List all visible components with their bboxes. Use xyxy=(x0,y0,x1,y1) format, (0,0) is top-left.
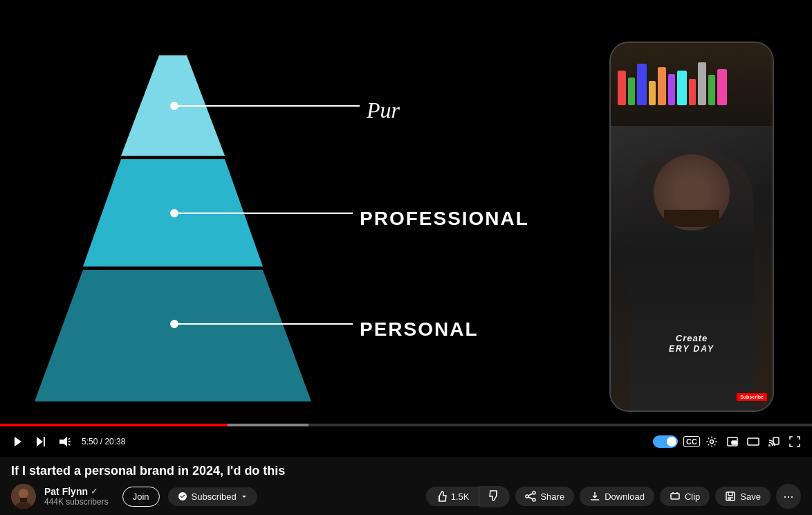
svg-rect-22 xyxy=(748,438,759,445)
subscribed-button[interactable]: Subscribed xyxy=(168,487,257,506)
channel-row: Pat Flynn ✓ 444K subscribers Join Subscr… xyxy=(11,484,801,509)
join-button[interactable]: Join xyxy=(122,487,160,507)
subscriber-count: 444K subscribers xyxy=(44,497,109,507)
svg-line-18 xyxy=(68,444,70,445)
action-buttons: 1.5K Share xyxy=(426,484,801,509)
fullscreen-button[interactable] xyxy=(786,433,804,451)
svg-marker-0 xyxy=(35,270,311,401)
captions-button[interactable]: CC xyxy=(683,436,700,447)
svg-line-16 xyxy=(68,438,70,440)
info-bar: If I started a personal brand in 2024, I… xyxy=(0,457,812,515)
svg-point-30 xyxy=(533,491,535,494)
video-player[interactable]: Pur PROFESSIONAL PERSONAL xyxy=(0,0,812,457)
svg-point-19 xyxy=(710,440,714,444)
svg-marker-15 xyxy=(59,437,67,446)
play-button[interactable] xyxy=(8,433,26,451)
svg-text:PERSONAL: PERSONAL xyxy=(360,318,479,340)
svg-rect-21 xyxy=(732,441,737,444)
video-title: If I started a personal brand in 2024, I… xyxy=(11,464,801,478)
clip-button[interactable]: Clip xyxy=(660,487,710,506)
next-button[interactable] xyxy=(32,433,50,451)
download-button[interactable]: Download xyxy=(580,487,654,506)
svg-point-31 xyxy=(526,495,528,498)
svg-text:PROFESSIONAL: PROFESSIONAL xyxy=(360,208,529,229)
cast-button[interactable] xyxy=(765,433,783,451)
svg-rect-35 xyxy=(671,494,679,499)
pip-camera: Create ERY DAY Subscribe xyxy=(609,42,774,412)
more-button[interactable]: ··· xyxy=(776,484,801,509)
svg-marker-12 xyxy=(15,437,21,446)
verified-icon: ✓ xyxy=(91,487,98,496)
svg-text:Pur: Pur xyxy=(366,98,400,123)
channel-info: Pat Flynn ✓ 444K subscribers xyxy=(44,486,109,507)
video-controls: 5:50 / 20:38 CC xyxy=(0,426,812,457)
theater-button[interactable] xyxy=(744,433,762,451)
channel-avatar[interactable] xyxy=(11,484,36,509)
svg-rect-14 xyxy=(44,437,45,446)
svg-point-32 xyxy=(533,498,535,501)
channel-name: Pat Flynn ✓ xyxy=(44,486,109,497)
subscribe-badge: Subscribe xyxy=(737,393,767,401)
miniplayer-button[interactable] xyxy=(723,433,741,451)
autoplay-toggle[interactable] xyxy=(653,435,678,448)
settings-button[interactable] xyxy=(703,433,721,451)
shirt-text: Create ERY DAY xyxy=(669,333,714,355)
svg-line-33 xyxy=(528,494,533,496)
time-display: 5:50 / 20:38 xyxy=(82,437,125,446)
svg-rect-27 xyxy=(20,498,27,502)
svg-point-25 xyxy=(19,489,28,498)
dislike-button[interactable] xyxy=(479,486,510,507)
svg-line-34 xyxy=(528,497,533,499)
share-button[interactable]: Share xyxy=(515,487,574,506)
volume-button[interactable] xyxy=(55,433,73,451)
like-button[interactable]: 1.5K xyxy=(426,487,480,506)
save-button[interactable]: Save xyxy=(715,487,771,506)
svg-marker-13 xyxy=(37,437,43,446)
like-dislike-group: 1.5K xyxy=(426,486,510,507)
